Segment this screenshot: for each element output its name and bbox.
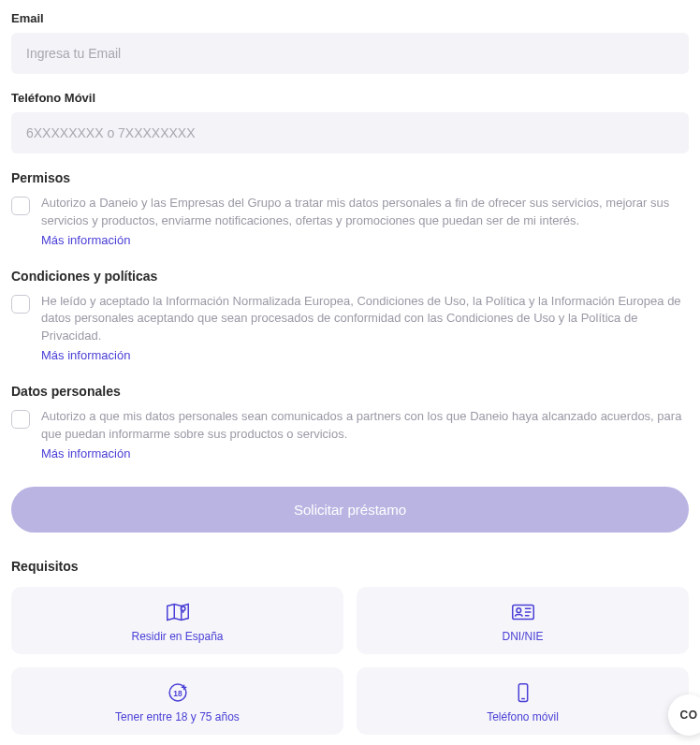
permissions-text: Autorizo a Daneio y las Empresas del Gru…	[41, 196, 669, 227]
conditions-more-link[interactable]: Más información	[41, 347, 689, 365]
personal-checkbox[interactable]	[11, 410, 30, 429]
conditions-row: He leído y aceptado la Información Norma…	[11, 293, 689, 365]
requirement-label: Teléfono móvil	[487, 710, 559, 723]
requirements-title: Requisitos	[11, 559, 689, 574]
requirement-card-id: DNI/NIE	[357, 587, 689, 654]
permissions-title: Permisos	[11, 170, 689, 185]
svg-point-0	[181, 606, 185, 611]
map-pin-icon	[164, 600, 192, 624]
personal-row: Autorizo a que mis datos personales sean…	[11, 408, 689, 463]
personal-title: Datos personales	[11, 384, 689, 399]
requirement-card-reside: Residir en España	[11, 587, 343, 654]
conditions-text-block: He leído y aceptado la Información Norma…	[41, 293, 689, 365]
mobile-phone-icon	[509, 680, 537, 705]
requirement-card-phone: Teléfono móvil	[357, 667, 689, 735]
id-card-icon	[509, 600, 537, 624]
personal-text-block: Autorizo a que mis datos personales sean…	[41, 408, 689, 463]
conditions-checkbox[interactable]	[11, 295, 30, 314]
age-18-icon: 18	[164, 680, 192, 705]
phone-input[interactable]	[11, 112, 689, 153]
permissions-checkbox[interactable]	[11, 197, 30, 215]
requirement-label: Residir en España	[131, 630, 223, 643]
requirement-label: DNI/NIE	[502, 630, 543, 643]
requirement-label: Tener entre 18 y 75 años	[115, 710, 240, 723]
email-label: Email	[11, 11, 689, 25]
permissions-more-link[interactable]: Más información	[41, 232, 689, 250]
personal-more-link[interactable]: Más información	[41, 446, 689, 463]
conditions-text: He leído y aceptado la Información Norma…	[41, 294, 681, 343]
email-input[interactable]	[11, 33, 689, 74]
submit-button[interactable]: Solicitar préstamo	[11, 487, 689, 533]
phone-label: Teléfono Móvil	[11, 91, 689, 105]
svg-point-2	[516, 608, 520, 613]
personal-text: Autorizo a que mis datos personales sean…	[41, 409, 681, 441]
requirements-grid: Residir en España DNI/NIE 18 Tener entre…	[11, 587, 689, 735]
permissions-text-block: Autorizo a Daneio y las Empresas del Gru…	[41, 195, 689, 250]
permissions-row: Autorizo a Daneio y las Empresas del Gru…	[11, 195, 689, 250]
svg-text:18: 18	[173, 689, 182, 698]
requirement-card-age: 18 Tener entre 18 y 75 años	[11, 667, 343, 735]
conditions-title: Condiciones y políticas	[11, 269, 689, 284]
